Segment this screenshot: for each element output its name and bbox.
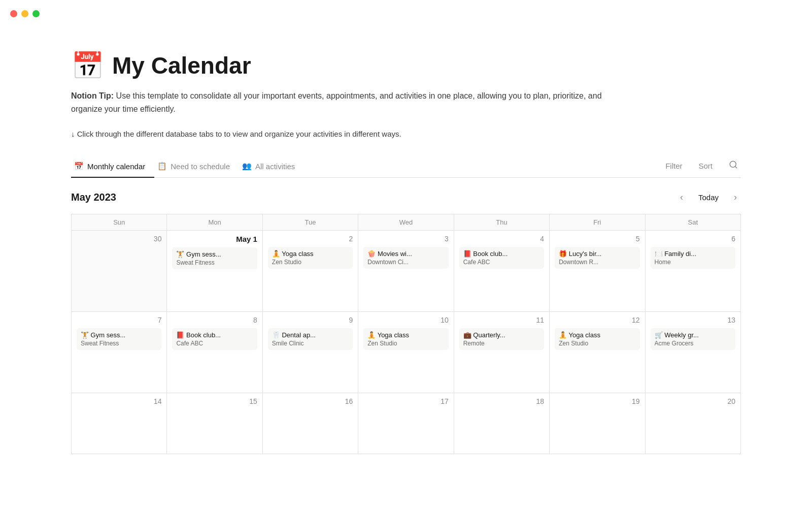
page-title: My Calendar: [112, 52, 251, 79]
cal-date: 3: [363, 235, 448, 243]
cal-date: 30: [77, 235, 161, 243]
cal-event-title: 🧘 Yoga class: [272, 250, 349, 258]
cal-event-title: 📕 Book club...: [176, 331, 253, 339]
next-month-button[interactable]: ›: [730, 190, 741, 205]
calendar-day-headers: Sun Mon Tue Wed Thu Fri Sat: [72, 214, 741, 231]
day-header-mon: Mon: [167, 214, 262, 231]
cal-event[interactable]: 🍽️ Family di... Home: [651, 247, 735, 269]
cal-event-sub: Zen Studio: [272, 259, 349, 266]
prev-month-button[interactable]: ‹: [676, 190, 687, 205]
cal-cell-may4: 4 📕 Book club... Cafe ABC: [454, 231, 550, 312]
tabs-right: Filter Sort: [662, 158, 741, 176]
cal-cell-may15: 15: [167, 393, 262, 454]
day-header-wed: Wed: [358, 214, 454, 231]
tabs-bar: 📅 Monthly calendar 📋 Need to schedule 👥 …: [71, 156, 741, 178]
tab-all-activities-label: All activities: [255, 162, 295, 171]
cal-date: 2: [268, 235, 353, 243]
cal-event[interactable]: 🏋️ Gym sess... Sweat Fitness: [77, 328, 161, 350]
cal-event-sub: Smile Clinic: [272, 340, 349, 347]
tab-monthly-calendar-label: Monthly calendar: [87, 162, 145, 171]
calendar-month-title: May 2023: [71, 192, 116, 203]
cal-event-title: 🏋️ Gym sess...: [176, 250, 253, 258]
day-header-sat: Sat: [646, 214, 741, 231]
cal-event-title: 🏋️ Gym sess...: [81, 331, 157, 339]
cal-date: 11: [459, 316, 544, 324]
cal-event-sub: Zen Studio: [559, 340, 635, 347]
cal-cell-may8: 8 📕 Book club... Cafe ABC: [167, 312, 262, 393]
cal-event[interactable]: 🏋️ Gym sess... Sweat Fitness: [172, 247, 257, 269]
minimize-button[interactable]: [21, 10, 28, 17]
cal-date: 7: [77, 316, 161, 324]
cal-cell-may16: 16: [263, 393, 358, 454]
cal-event-title: 📕 Book club...: [463, 250, 540, 258]
cal-date: 20: [651, 397, 735, 405]
people-icon: 👥: [242, 162, 252, 171]
cal-event-sub: Zen Studio: [367, 340, 444, 347]
cal-cell-may7: 7 🏋️ Gym sess... Sweat Fitness: [72, 312, 167, 393]
sort-button[interactable]: Sort: [695, 160, 716, 172]
tab-need-to-schedule[interactable]: 📋 Need to schedule: [154, 156, 239, 178]
today-button[interactable]: Today: [693, 191, 724, 204]
day-header-fri: Fri: [550, 214, 645, 231]
calendar-nav: ‹ Today ›: [676, 190, 741, 205]
cal-date: 5: [555, 235, 639, 243]
maximize-button[interactable]: [32, 10, 40, 17]
cal-event[interactable]: 🧘 Yoga class Zen Studio: [363, 328, 448, 350]
cal-event-sub: Downtown Ci...: [367, 259, 444, 266]
cal-event-sub: Sweat Fitness: [176, 259, 253, 266]
cal-date: 17: [363, 397, 448, 405]
title-bar: [0, 0, 812, 21]
cal-event-title: 🍿 Movies wi...: [367, 250, 444, 258]
clipboard-icon: 📋: [157, 162, 167, 171]
cal-cell-may11: 11 💼 Quarterly... Remote: [454, 312, 550, 393]
cal-event-sub: Sweat Fitness: [81, 340, 157, 347]
cal-date: 9: [268, 316, 353, 324]
cal-date: 8: [172, 316, 257, 324]
page-icon: 📅: [71, 52, 104, 79]
cal-event-title: 🧘 Yoga class: [559, 331, 635, 339]
cal-cell-apr30: 30: [72, 231, 167, 312]
cal-event[interactable]: 🧘 Yoga class Zen Studio: [268, 247, 353, 269]
cal-date: 18: [459, 397, 544, 405]
cal-cell-may12: 12 🧘 Yoga class Zen Studio: [550, 312, 645, 393]
click-tip: ↓ Click through the different database t…: [71, 130, 741, 138]
calendar-grid: Sun Mon Tue Wed Thu Fri Sat 30 May 1 🏋️ …: [71, 214, 741, 454]
cal-date: 13: [651, 316, 735, 324]
cal-date: May 1: [172, 235, 257, 243]
cal-event-sub: Downtown R...: [559, 259, 635, 266]
filter-button[interactable]: Filter: [662, 160, 685, 172]
cal-event[interactable]: 🛒 Weekly gr... Acme Grocers: [651, 328, 735, 350]
page-header: 📅 My Calendar: [71, 52, 741, 79]
search-button[interactable]: [726, 158, 741, 174]
cal-event-title: 🧘 Yoga class: [367, 331, 444, 339]
tab-monthly-calendar[interactable]: 📅 Monthly calendar: [71, 156, 154, 178]
cal-date: 12: [555, 316, 639, 324]
day-header-thu: Thu: [454, 214, 550, 231]
cal-date: 10: [363, 316, 448, 324]
cal-date: 19: [555, 397, 639, 405]
cal-date: 4: [459, 235, 544, 243]
cal-event[interactable]: 🦷 Dental ap... Smile Clinic: [268, 328, 353, 350]
close-button[interactable]: [10, 10, 17, 17]
cal-cell-may13: 13 🛒 Weekly gr... Acme Grocers: [646, 312, 741, 393]
cal-cell-may18: 18: [454, 393, 550, 454]
cal-event[interactable]: 💼 Quarterly... Remote: [459, 328, 544, 350]
notion-tip-label: Notion Tip:: [71, 91, 114, 100]
calendar-icon: 📅: [74, 162, 84, 171]
cal-event[interactable]: 📕 Book club... Cafe ABC: [172, 328, 257, 350]
cal-cell-may3: 3 🍿 Movies wi... Downtown Ci...: [358, 231, 454, 312]
cal-event-title: 💼 Quarterly...: [463, 331, 540, 339]
cal-event-sub: Home: [655, 259, 731, 266]
tabs-left: 📅 Monthly calendar 📋 Need to schedule 👥 …: [71, 156, 662, 177]
cal-event-title: 🎁 Lucy's bir...: [559, 250, 635, 258]
cal-date: 14: [77, 397, 161, 405]
cal-event[interactable]: 📕 Book club... Cafe ABC: [459, 247, 544, 269]
cal-event[interactable]: 🧘 Yoga class Zen Studio: [555, 328, 639, 350]
cal-cell-may5: 5 🎁 Lucy's bir... Downtown R...: [550, 231, 645, 312]
tab-all-activities[interactable]: 👥 All activities: [239, 156, 304, 178]
cal-cell-may20: 20: [646, 393, 741, 454]
cal-event-title: 🦷 Dental ap...: [272, 331, 349, 339]
page-content: 📅 My Calendar Notion Tip: Use this templ…: [0, 21, 812, 474]
cal-event[interactable]: 🎁 Lucy's bir... Downtown R...: [555, 247, 639, 269]
cal-event[interactable]: 🍿 Movies wi... Downtown Ci...: [363, 247, 448, 269]
